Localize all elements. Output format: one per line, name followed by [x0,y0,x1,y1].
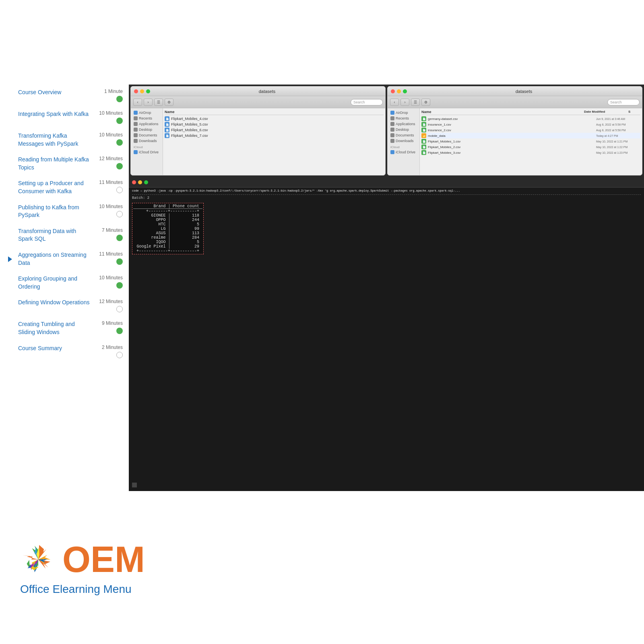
forward-btn-left[interactable]: › [144,99,153,106]
course-duration-integrating-spark-kafka: 10 Minutes [99,110,123,116]
table-row: GIONEE 118 [133,213,202,218]
action-btn-left[interactable]: ⚙ [165,99,173,106]
course-title-transforming-kafka-messages[interactable]: Transforming Kafka Messages with PySpark [18,132,91,148]
sidebar-downloads-right[interactable]: Downloads [389,138,418,144]
table-header-row: Brand Phone count [133,204,202,209]
course-title-integrating-spark-kafka[interactable]: Integrating Spark with Kafka [18,110,91,118]
finder-main-left: Name 📄 Flipkart_Mobiles_4.csv 📄 Flipkart… [163,108,385,175]
forward-btn-right[interactable]: › [400,99,409,106]
course-title-course-overview[interactable]: Course Overview [18,89,91,97]
table-row: ASUS 113 [133,231,202,235]
finder-window-left: datasets ‹ › ☰ ⚙ Search [130,86,386,175]
sidebar-item-integrating-spark-kafka[interactable]: Integrating Spark with Kafka10 Minutes [0,106,129,128]
terminal-titlebar [129,177,644,188]
course-title-course-summary[interactable]: Course Summary [18,345,91,353]
sidebar-item-creating-tumbling[interactable]: Creating Tumbling and Sliding Windows9 M… [0,316,129,340]
sidebar-recents-left[interactable]: Recents [132,116,161,121]
sidebar-item-reading-multiple-kafka[interactable]: Reading from Multiple Kafka Topics12 Min… [0,152,129,175]
oem-text: OEM [62,541,145,578]
back-btn-left[interactable]: ‹ [133,99,142,106]
status-dot-exploring-grouping [116,282,123,289]
finder-minimize-right[interactable] [397,89,401,93]
status-dot-defining-window [116,306,123,312]
table-row: IQOO 5 [133,240,202,244]
file-item[interactable]: 📄 insurance_2.csv Aug 8, 2022 at 5:58 PM [421,127,640,133]
csv-icon: 📄 [421,128,426,132]
course-title-transforming-data-spark[interactable]: Transforming Data with Spark SQL [18,227,91,243]
sidebar-documents-left[interactable]: Documents [132,132,161,138]
sidebar-item-transforming-data-spark[interactable]: Transforming Data with Spark SQL7 Minute… [0,223,129,247]
sidebar-airdrop-right[interactable]: AirDrop [389,110,418,116]
terminal-minimize[interactable] [138,180,142,184]
sidebar-airdrop-left[interactable]: AirDrop [132,110,161,116]
content-row: Course Overview1 MinuteIntegrating Spark… [0,85,644,491]
terminal-close[interactable] [132,180,136,184]
file-item[interactable]: 📄 Flipkart_Mobiles_2.csv May 10, 2022 at… [421,144,640,150]
sidebar-item-publishing-kafka[interactable]: Publishing to Kafka from PySpark10 Minut… [0,200,129,223]
main-content: datasets ‹ › ☰ ⚙ Search [129,85,644,491]
finder-maximize-right[interactable] [403,89,407,93]
back-btn-right[interactable]: ‹ [390,99,399,106]
status-dot-aggregations-streaming [116,258,123,265]
file-item[interactable]: 📄 Flipkart_Mobiles_6.csv [165,127,384,133]
terminal-maximize[interactable] [144,180,148,184]
sidebar-item-exploring-grouping[interactable]: Exploring Grouping and Ordering10 Minute… [0,271,129,295]
course-title-setting-up-producer[interactable]: Setting up a Producer and Consumer with … [18,180,91,195]
finder-title-left: datasets [152,89,382,94]
sidebar-item-defining-window[interactable]: Defining Window Operations12 Minutes [0,295,129,316]
file-item[interactable]: 📄 Flipkart_Mobiles_4.csv [165,116,384,122]
sidebar-item-aggregations-streaming[interactable]: Aggregations on Streaming Data11 Minutes [0,247,129,271]
status-dot-setting-up-producer [116,187,123,193]
sidebar-icloud-right[interactable]: iCloud Drive [389,149,418,155]
file-item[interactable]: 📁 mobile_data Today at 4:27 PM [421,133,640,138]
course-title-aggregations-streaming[interactable]: Aggregations on Streaming Data [18,251,91,267]
file-item[interactable]: 📄 insurance_1.csv Aug 8, 2022 at 5:58 PM [421,122,640,127]
status-dot-creating-tumbling [116,328,123,334]
file-item[interactable]: 📄 Flipkart_Mobiles_1.csv May 10, 2022 at… [421,138,640,144]
finder-area: datasets ‹ › ☰ ⚙ Search [129,85,644,177]
screen-content: datasets ‹ › ☰ ⚙ Search [129,85,644,491]
course-duration-publishing-kafka: 10 Minutes [99,204,123,209]
sidebar-desktop-left[interactable]: Desktop [132,127,161,132]
sidebar-item-course-summary[interactable]: Course Summary2 Minutes [0,341,129,362]
sidebar-downloads-left[interactable]: Downloads [132,138,161,144]
file-item[interactable]: 📄 Flipkart_Mobiles_5.csv [165,122,384,127]
sidebar-recents-right[interactable]: Recents [389,116,418,121]
sidebar-item-setting-up-producer[interactable]: Setting up a Producer and Consumer with … [0,175,129,199]
sidebar-icloud-left[interactable]: iCloud Drive [132,149,161,155]
course-title-defining-window[interactable]: Defining Window Operations [18,299,91,307]
course-title-exploring-grouping[interactable]: Exploring Grouping and Ordering [18,275,91,291]
course-title-creating-tumbling[interactable]: Creating Tumbling and Sliding Windows [18,320,91,336]
finder-close-right[interactable] [391,89,395,93]
sidebar-desktop-right[interactable]: Desktop [389,127,418,132]
view-btn-left[interactable]: ☰ [154,99,163,106]
count-cell: 118 [169,213,202,218]
brand-cell: ASUS [133,231,169,235]
search-box-right[interactable]: Search [607,99,640,105]
course-duration-creating-tumbling: 9 Minutes [102,320,123,326]
file-item[interactable]: 📄 Flipkart_Mobiles_3.csv May 10, 2022 at… [421,150,640,155]
course-title-reading-multiple-kafka[interactable]: Reading from Multiple Kafka Topics [18,156,91,171]
sidebar-item-course-overview[interactable]: Course Overview1 Minute [0,85,129,106]
count-cell: 99 [169,227,202,231]
finder-close-left[interactable] [134,89,138,93]
main-container: Course Overview1 MinuteIntegrating Spark… [0,0,644,644]
documents-icon [134,133,138,137]
batch-label: Batch: 2 [132,196,641,200]
finder-window-right: datasets ‹ › ☰ ⚙ Search [387,86,642,175]
sidebar-applications-left[interactable]: Applications [132,121,161,127]
sidebar-applications-right[interactable]: Applications [389,121,418,127]
file-item[interactable]: 📄 Flipkart_Mobiles_7.csv [165,133,384,138]
finder-titlebar-left: datasets [131,87,385,96]
view-btn-right[interactable]: ☰ [411,99,420,106]
file-item[interactable]: 📄 germany-dataset.csv Jun 9, 2021 at 3:4… [421,116,640,122]
search-box-left[interactable]: Search [351,99,383,105]
sidebar-documents-right[interactable]: Documents [389,132,418,138]
action-btn-right[interactable]: ⚙ [421,99,430,106]
csv-icon: 📄 [421,116,426,121]
finder-minimize-left[interactable] [140,89,144,93]
course-title-publishing-kafka[interactable]: Publishing to Kafka from PySpark [18,204,91,219]
brand-cell: Google Pixel [133,244,169,249]
sidebar-item-transforming-kafka-messages[interactable]: Transforming Kafka Messages with PySpark… [0,128,129,152]
finder-maximize-left[interactable] [146,89,150,93]
